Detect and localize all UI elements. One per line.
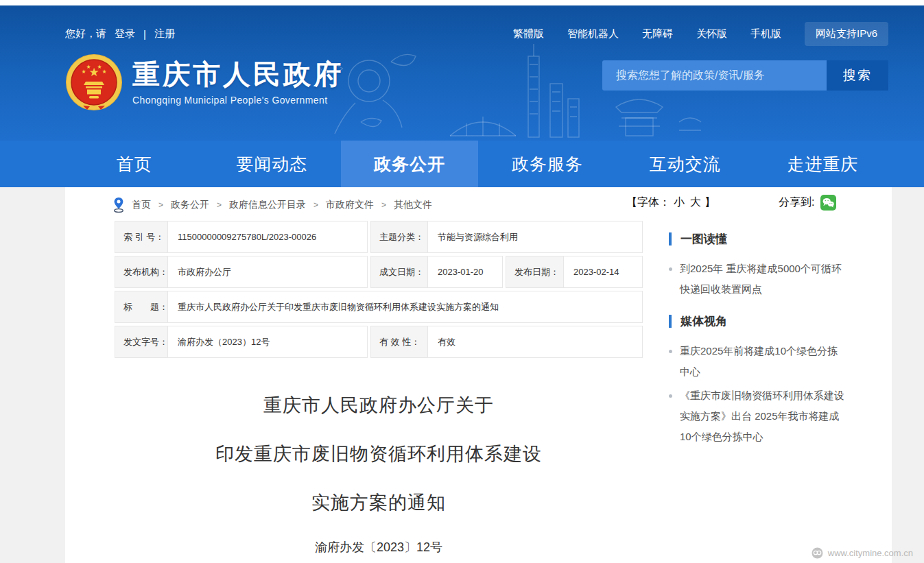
greeting-text: 您好，请 — [65, 27, 106, 40]
nav-item-news[interactable]: 要闻动态 — [203, 141, 341, 187]
sidebar-section-title: 媒体视角 — [669, 313, 888, 329]
nav-item-interaction[interactable]: 互动交流 — [616, 141, 754, 187]
bullet-dot-icon — [669, 267, 672, 271]
document-number: 渝府办发〔2023〕12号 — [115, 539, 643, 555]
svg-text:★: ★ — [86, 64, 91, 70]
document-meta-table: 索 引 号： 11500000009275780L/2023-00026 主题分… — [115, 221, 643, 358]
register-link[interactable]: 注册 — [154, 27, 175, 40]
meta-value-topic: 节能与资源综合利用 — [427, 221, 643, 253]
sidebar-link-text[interactable]: 重庆2025年前将建成10个绿色分拣中心 — [680, 341, 844, 382]
meta-row-3: 标 题： 重庆市人民政府办公厅关于印发重庆市废旧物资循环利用体系建设实施方案的通… — [115, 291, 643, 323]
national-emblem-logo: ★ ★ ★ ★ ★ — [65, 53, 123, 111]
site-utility-links: 繁體版 智能机器人 无障碍 关怀版 手机版 网站支持IPv6 — [513, 22, 888, 46]
document-title-block: 重庆市人民政府办公厅关于 印发重庆市废旧物资循环利用体系建设 实施方案的通知 渝… — [115, 393, 643, 555]
sidebar-section-title-text: 一图读懂 — [680, 231, 727, 247]
login-register-divider: | — [143, 28, 146, 40]
font-large-button[interactable]: 大 — [690, 195, 701, 210]
font-label-prefix: 【字体： — [626, 195, 670, 210]
breadcrumb: 首页 > 政务公开 > 政府信息公开目录 > 市政府文件 > 其他文件 — [113, 197, 432, 213]
sidebar-link-item[interactable]: 重庆2025年前将建成10个绿色分拣中心 — [669, 341, 888, 382]
sidebar-link-text[interactable]: 到2025年 重庆将建成5000个可循环快递回收装置网点 — [680, 259, 844, 300]
site-subtitle-english: Chongqing Municipal People's Government — [132, 95, 344, 106]
svg-text:★: ★ — [102, 69, 106, 75]
section-accent-bar — [669, 232, 672, 245]
watermark: www.citymine.com.cn — [812, 547, 913, 559]
meta-label-title: 标 题： — [115, 291, 168, 323]
search-input[interactable] — [602, 60, 827, 91]
sidebar-section-media: 媒体视角 重庆2025年前将建成10个绿色分拣中心 《重庆市废旧物资循环利用体系… — [669, 313, 888, 447]
ipv6-support-badge[interactable]: 网站支持IPv6 — [805, 22, 888, 46]
share-control: 分享到: — [779, 195, 836, 211]
meta-value-written-date: 2023-01-20 — [427, 256, 503, 288]
primary-nav: 首页 要闻动态 政务公开 政务服务 互动交流 走进重庆 — [0, 141, 924, 187]
traditional-chinese-link[interactable]: 繁體版 — [513, 27, 544, 40]
meta-value-index-no: 11500000009275780L/2023-00026 — [167, 221, 368, 253]
nav-item-services[interactable]: 政务服务 — [478, 141, 616, 187]
senior-mode-link[interactable]: 关怀版 — [696, 27, 727, 40]
related-sidebar: 一图读懂 到2025年 重庆将建成5000个可循环快递回收装置网点 媒体视角 重… — [669, 231, 888, 461]
content-card: 首页 > 政务公开 > 政府信息公开目录 > 市政府文件 > 其他文件 【字体：… — [65, 187, 892, 563]
sidebar-section-infographic: 一图读懂 到2025年 重庆将建成5000个可循环快递回收装置网点 — [669, 231, 888, 300]
meta-row-2: 发布机构： 市政府办公厅 成文日期： 2023-01-20 发布日期： 2023… — [115, 256, 643, 288]
breadcrumb-city-documents[interactable]: 市政府文件 — [326, 199, 374, 211]
document-title-line-2: 印发重庆市废旧物资循环利用体系建设 — [115, 442, 643, 466]
meta-label-index-no: 索 引 号： — [115, 221, 168, 253]
meta-label-topic: 主题分类： — [370, 221, 428, 253]
bullet-dot-icon — [669, 350, 672, 353]
meta-label-validity: 有 效 性： — [370, 326, 428, 358]
nav-item-government-affairs[interactable]: 政务公开 — [341, 141, 479, 187]
wechat-share-icon[interactable] — [820, 195, 836, 211]
meta-label-doc-number: 发文字号： — [115, 326, 168, 358]
bullet-dot-icon — [669, 394, 672, 398]
font-label-suffix: 】 — [704, 195, 715, 210]
site-title: 重庆市人民政府 — [132, 59, 344, 89]
breadcrumb-separator: > — [313, 200, 318, 210]
meta-label-publish-date: 发布日期： — [506, 256, 564, 288]
font-size-control: 【字体： 小 大 】 — [626, 195, 715, 210]
account-links: 您好，请 登录 | 注册 — [65, 27, 175, 40]
font-small-button[interactable]: 小 — [674, 195, 685, 210]
breadcrumb-separator: > — [381, 200, 386, 210]
search-button[interactable]: 搜索 — [827, 60, 888, 91]
breadcrumb-home[interactable]: 首页 — [132, 199, 151, 211]
document-title-line-1: 重庆市人民政府办公厅关于 — [115, 393, 643, 418]
meta-row-4: 发文字号： 渝府办发（2023）12号 有 效 性： 有效 — [115, 326, 643, 358]
sidebar-link-item[interactable]: 到2025年 重庆将建成5000个可循环快递回收装置网点 — [669, 259, 888, 300]
breadcrumb-other-documents[interactable]: 其他文件 — [394, 199, 432, 211]
page-top-margin — [0, 0, 924, 5]
location-pin-icon — [113, 197, 124, 213]
login-link[interactable]: 登录 — [115, 27, 135, 40]
meta-label-issuing-org: 发布机构： — [115, 256, 168, 288]
header-decoration-art — [295, 41, 734, 141]
sidebar-section-title: 一图读懂 — [669, 231, 888, 247]
page-body: 首页 > 政务公开 > 政府信息公开目录 > 市政府文件 > 其他文件 【字体：… — [0, 187, 924, 563]
top-utility-bar: 您好，请 登录 | 注册 繁體版 智能机器人 无障碍 关怀版 手机版 网站支持I… — [65, 22, 888, 46]
section-accent-bar — [669, 315, 672, 328]
sidebar-link-text[interactable]: 《重庆市废旧物资循环利用体系建设实施方案》出台 2025年我市将建成10个绿色分… — [680, 385, 844, 447]
site-search: 搜索 — [602, 60, 888, 91]
meta-label-written-date: 成文日期： — [370, 256, 428, 288]
chatbot-link[interactable]: 智能机器人 — [567, 27, 619, 40]
brand-text: 重庆市人民政府 Chongqing Municipal People's Gov… — [132, 53, 344, 106]
meta-value-publish-date: 2023-02-14 — [563, 256, 643, 288]
meta-value-validity: 有效 — [427, 326, 643, 358]
site-brand: ★ ★ ★ ★ ★ 重庆市人民政府 Chongqing Municipal Pe… — [65, 53, 344, 111]
nav-item-home[interactable]: 首页 — [65, 141, 203, 187]
breadcrumb-separator: > — [158, 200, 163, 210]
sidebar-section-title-text: 媒体视角 — [680, 313, 727, 329]
watermark-url[interactable]: www.citymine.com.cn — [828, 548, 913, 558]
document-title-line-3: 实施方案的通知 — [115, 490, 643, 515]
breadcrumb-separator: > — [217, 200, 222, 210]
meta-value-doc-number: 渝府办发（2023）12号 — [167, 326, 368, 358]
sidebar-link-item[interactable]: 《重庆市废旧物资循环利用体系建设实施方案》出台 2025年我市将建成10个绿色分… — [669, 385, 888, 447]
site-header: 您好，请 登录 | 注册 繁體版 智能机器人 无障碍 关怀版 手机版 网站支持I… — [0, 5, 924, 141]
meta-value-issuing-org: 市政府办公厅 — [167, 256, 368, 288]
breadcrumb-gov-affairs[interactable]: 政务公开 — [171, 199, 209, 211]
share-label: 分享到: — [779, 195, 814, 210]
nav-item-about-chongqing[interactable]: 走进重庆 — [754, 141, 892, 187]
accessibility-link[interactable]: 无障碍 — [642, 27, 673, 40]
mobile-version-link[interactable]: 手机版 — [750, 27, 781, 40]
breadcrumb-info-catalog[interactable]: 政府信息公开目录 — [229, 199, 306, 211]
meta-row-1: 索 引 号： 11500000009275780L/2023-00026 主题分… — [115, 221, 643, 253]
citymine-logo-icon — [812, 547, 823, 559]
